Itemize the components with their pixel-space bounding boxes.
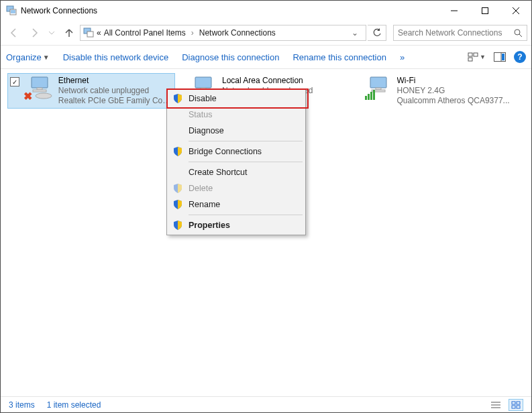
connection-status: Network cable unplugged: [58, 86, 172, 96]
connection-adapter: Qualcomm Atheros QCA9377...: [397, 96, 510, 106]
highlight-box: [166, 88, 309, 109]
shield-icon: [172, 146, 183, 157]
svg-rect-37: [512, 406, 515, 408]
up-button[interactable]: [60, 23, 78, 42]
svg-point-20: [36, 93, 52, 99]
chevron-right-icon[interactable]: ›: [189, 28, 197, 38]
rename-button[interactable]: Rename this connection: [292, 52, 386, 62]
shield-icon: [172, 93, 183, 104]
cm-delete: Delete: [168, 180, 304, 196]
cm-status: Status: [168, 107, 304, 123]
cm-bridge[interactable]: Bridge Connections: [168, 143, 304, 160]
svg-rect-12: [474, 53, 478, 56]
svg-rect-28: [365, 96, 367, 100]
window-title: Network Connections: [21, 6, 439, 15]
view-options-button[interactable]: ▼: [468, 52, 486, 62]
svg-rect-30: [370, 92, 372, 100]
chevron-down-icon: ▼: [43, 54, 50, 61]
shield-icon: [172, 220, 183, 231]
cm-create-shortcut[interactable]: Create Shortcut: [168, 164, 304, 180]
shield-icon: [172, 183, 183, 194]
chevron-down-icon[interactable]: ⌄: [347, 28, 363, 38]
connection-item-wifi[interactable]: Wi-Fi HONEY 2.4G Qualcomm Atheros QCA937…: [361, 73, 525, 109]
context-menu: Disable Status Diagnose Bridge Connectio…: [166, 88, 306, 235]
organize-menu[interactable]: Organize ▼: [6, 52, 50, 62]
checkbox[interactable]: ✓: [10, 77, 19, 86]
breadcrumb-icon: [83, 27, 94, 38]
maximize-button[interactable]: [470, 1, 500, 21]
svg-rect-17: [32, 77, 48, 88]
details-view-button[interactable]: [488, 399, 503, 411]
breadcrumb[interactable]: « All Control Panel Items › Network Conn…: [80, 25, 366, 41]
close-button[interactable]: [500, 1, 531, 21]
refresh-button[interactable]: [368, 25, 386, 41]
separator: [189, 215, 303, 215]
wifi-icon: [364, 76, 392, 101]
svg-rect-25: [370, 77, 386, 88]
svg-rect-35: [512, 402, 515, 404]
search-input[interactable]: Search Network Connections: [393, 25, 527, 41]
svg-rect-16: [502, 54, 504, 60]
svg-rect-19: [33, 90, 46, 92]
breadcrumb-item-2[interactable]: Network Connections: [199, 28, 276, 38]
svg-rect-4: [482, 8, 488, 14]
svg-rect-21: [195, 77, 211, 88]
diagnose-button[interactable]: Diagnose this connection: [182, 52, 279, 62]
svg-line-10: [519, 34, 522, 37]
error-x-icon: ✖: [23, 90, 32, 103]
back-button[interactable]: [5, 23, 23, 42]
svg-rect-11: [468, 53, 472, 56]
shield-icon: [172, 199, 183, 210]
recent-locations-button[interactable]: [45, 23, 58, 42]
search-placeholder: Search Network Connections: [398, 28, 502, 38]
cm-disable[interactable]: Disable: [168, 91, 304, 107]
large-icons-view-button[interactable]: [509, 399, 523, 411]
status-selected: 1 item selected: [47, 400, 101, 410]
connection-name: Ethernet: [58, 76, 172, 86]
connection-name: Local Area Connection: [222, 76, 313, 86]
cm-properties[interactable]: Properties: [168, 217, 304, 233]
chevron-down-icon: ▼: [480, 54, 486, 60]
help-button[interactable]: ?: [514, 51, 526, 63]
svg-rect-2: [11, 10, 15, 13]
disable-device-button[interactable]: Disable this network device: [63, 52, 169, 62]
separator: [189, 162, 303, 162]
search-icon: [514, 29, 523, 38]
more-button[interactable]: »: [400, 52, 405, 62]
forward-button[interactable]: [25, 23, 44, 42]
connection-item-ethernet[interactable]: ✓ ✖ Ethernet Network cable unplugged Rea…: [7, 73, 175, 109]
breadcrumb-item-1[interactable]: All Control Panel Items: [104, 28, 186, 38]
status-count: 3 items: [9, 400, 35, 410]
ethernet-icon: ✖: [25, 76, 53, 101]
svg-rect-38: [517, 406, 520, 408]
svg-point-9: [515, 30, 520, 35]
cm-rename[interactable]: Rename: [168, 196, 304, 213]
separator: [189, 141, 303, 141]
app-icon: [6, 5, 17, 16]
connection-adapter: Realtek PCIe GbE Family Con...: [58, 96, 172, 106]
minimize-button[interactable]: [439, 1, 470, 21]
preview-pane-button[interactable]: [494, 52, 506, 62]
connection-status: HONEY 2.4G: [397, 86, 510, 96]
cm-diagnose[interactable]: Diagnose: [168, 123, 304, 139]
svg-rect-31: [373, 90, 375, 100]
breadcrumb-prefix: «: [97, 28, 101, 38]
svg-rect-29: [368, 94, 370, 100]
svg-rect-13: [468, 58, 472, 61]
svg-rect-8: [87, 32, 93, 37]
connection-name: Wi-Fi: [397, 76, 510, 86]
svg-rect-36: [517, 402, 520, 404]
